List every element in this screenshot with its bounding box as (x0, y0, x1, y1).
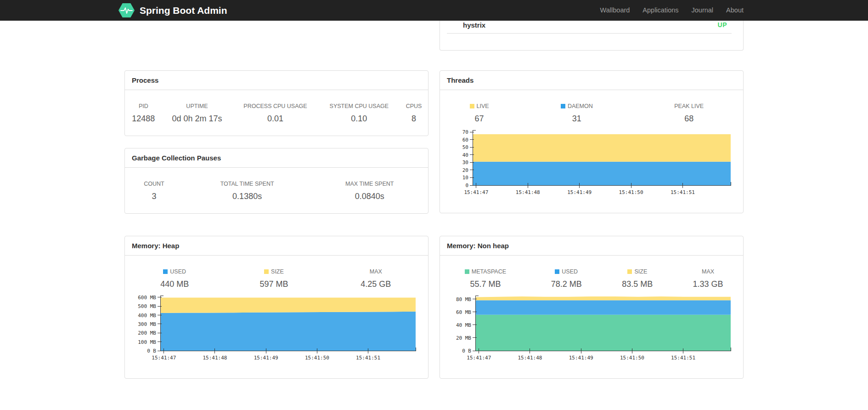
legend-swatch-used (555, 269, 559, 274)
legend-swatch-size (627, 269, 632, 274)
stat-value: 67 (440, 111, 519, 125)
svg-text:100 MB: 100 MB (138, 339, 156, 345)
nav-item-about[interactable]: About (720, 0, 744, 21)
legend-label: USED (170, 268, 186, 275)
svg-text:300 MB: 300 MB (138, 321, 156, 327)
memory-nonheap-card-title: Memory: Non heap (440, 236, 743, 256)
svg-text:15:41:48: 15:41:48 (203, 355, 227, 361)
threads-card: Threads LIVE DAEMON PEAK LIVE 67 31 68 0… (440, 70, 744, 213)
svg-text:15:41:49: 15:41:49 (567, 189, 592, 195)
legend-swatch-daemon (561, 104, 565, 108)
legend-item: DAEMON (519, 90, 635, 111)
stat-value: 0d 0h 2m 17s (162, 111, 232, 133)
gc-card: Garbage Collection Pauses COUNT TOTAL TI… (124, 148, 428, 214)
svg-text:15:41:48: 15:41:48 (518, 355, 542, 361)
nav-item-wallboard[interactable]: Wallboard (594, 0, 637, 21)
svg-text:15:41:47: 15:41:47 (464, 189, 488, 195)
svg-text:200 MB: 200 MB (138, 330, 156, 336)
stat-value: 31 (519, 111, 635, 125)
stat-value: 68 (635, 111, 743, 125)
svg-text:15:41:51: 15:41:51 (671, 189, 695, 195)
stat-label: COUNT (125, 168, 183, 189)
health-status-badge: UP (718, 21, 727, 28)
svg-text:500 MB: 500 MB (138, 303, 156, 309)
legend-swatch-used (163, 269, 168, 274)
svg-text:15:41:50: 15:41:50 (620, 355, 644, 361)
brand-title: Spring Boot Admin (140, 5, 227, 16)
threads-chart-area: 01020304050607015:41:4715:41:4815:41:491… (440, 126, 743, 199)
process-card-title: Process (125, 71, 428, 90)
svg-text:15:41:51: 15:41:51 (671, 355, 695, 361)
threads-card-title: Threads (440, 71, 743, 90)
health-item-row: hystrix UP (440, 21, 743, 33)
memory-nonheap-card: Memory: Non heap METASPACE USED SIZE MAX… (440, 236, 744, 379)
svg-text:15:41:49: 15:41:49 (569, 355, 593, 361)
nonheap-chart-area: 0 B20 MB40 MB60 MB80 MB15:41:4715:41:481… (440, 292, 743, 364)
stat-label: PID (125, 90, 162, 111)
top-navbar: Spring Boot Admin Wallboard Applications… (0, 0, 868, 21)
svg-text:20 MB: 20 MB (456, 335, 471, 341)
brand-logo-icon (118, 3, 135, 17)
stat-value: 4.25 GB (324, 277, 428, 290)
stat-value: 0.0840s (311, 189, 428, 211)
stat-value: 78.2 MB (531, 277, 602, 290)
svg-text:40: 40 (462, 152, 468, 158)
svg-text:15:41:50: 15:41:50 (619, 189, 643, 195)
gc-card-title: Garbage Collection Pauses (125, 148, 428, 168)
stat-label: MAX TIME SPENT (311, 168, 428, 189)
nav-item-journal[interactable]: Journal (685, 0, 720, 21)
health-panel: hystrix UP (440, 21, 744, 51)
legend-item: PEAK LIVE (635, 90, 743, 111)
legend-label: METASPACE (472, 268, 506, 275)
legend-item: USED (531, 256, 602, 277)
legend-item: MAX (324, 256, 428, 277)
threads-legend-table: LIVE DAEMON PEAK LIVE 67 31 68 (440, 90, 743, 125)
legend-swatch-size (264, 269, 269, 274)
svg-text:70: 70 (462, 129, 468, 135)
legend-label: DAEMON (568, 103, 593, 109)
svg-text:30: 30 (462, 159, 468, 165)
legend-swatch-metaspace (465, 269, 469, 274)
stat-value: 12488 (125, 111, 162, 133)
legend-label: SIZE (271, 268, 284, 275)
stat-label: UPTIME (162, 90, 232, 111)
legend-item: METASPACE (440, 256, 531, 277)
legend-label: MAX (370, 268, 382, 275)
nav-item-applications[interactable]: Applications (636, 0, 685, 21)
stat-label: TOTAL TIME SPENT (183, 168, 311, 189)
memory-heap-card: Memory: Heap USED SIZE MAX 440 MB 597 MB… (124, 236, 428, 379)
memory-heap-card-title: Memory: Heap (125, 236, 428, 256)
svg-text:15:41:51: 15:41:51 (356, 355, 380, 361)
gc-stats-table: COUNT TOTAL TIME SPENT MAX TIME SPENT 3 … (125, 168, 428, 211)
legend-item: SIZE (602, 256, 673, 277)
svg-text:10: 10 (462, 175, 468, 181)
legend-label: USED (562, 268, 578, 275)
svg-text:0 B: 0 B (462, 348, 471, 354)
svg-text:15:41:47: 15:41:47 (467, 355, 491, 361)
stat-value: 8 (400, 111, 428, 133)
svg-text:60: 60 (462, 137, 468, 143)
svg-text:15:41:50: 15:41:50 (305, 355, 329, 361)
health-item-name: hystrix (463, 21, 485, 29)
legend-item: USED (125, 256, 224, 277)
divider (447, 33, 732, 34)
svg-text:20: 20 (462, 167, 468, 173)
svg-text:80 MB: 80 MB (456, 296, 471, 302)
stat-value: 0.10 (319, 111, 400, 133)
stat-value: 1.33 GB (673, 277, 743, 290)
svg-text:60 MB: 60 MB (456, 309, 471, 315)
empty-left-column (124, 21, 428, 51)
svg-text:50: 50 (462, 144, 468, 150)
legend-swatch-live (470, 104, 474, 108)
stat-label: PROCESS CPU USAGE (232, 90, 318, 111)
svg-text:40 MB: 40 MB (456, 322, 471, 328)
brand-link[interactable]: Spring Boot Admin (118, 3, 227, 17)
legend-label: SIZE (634, 268, 647, 275)
legend-label: PEAK LIVE (674, 103, 704, 109)
stat-value: 3 (125, 189, 183, 211)
svg-text:15:41:48: 15:41:48 (516, 189, 540, 195)
stat-value: 440 MB (125, 277, 224, 290)
svg-text:15:41:49: 15:41:49 (254, 355, 278, 361)
stat-label: SYSTEM CPU USAGE (319, 90, 400, 111)
legend-item: MAX (673, 256, 743, 277)
